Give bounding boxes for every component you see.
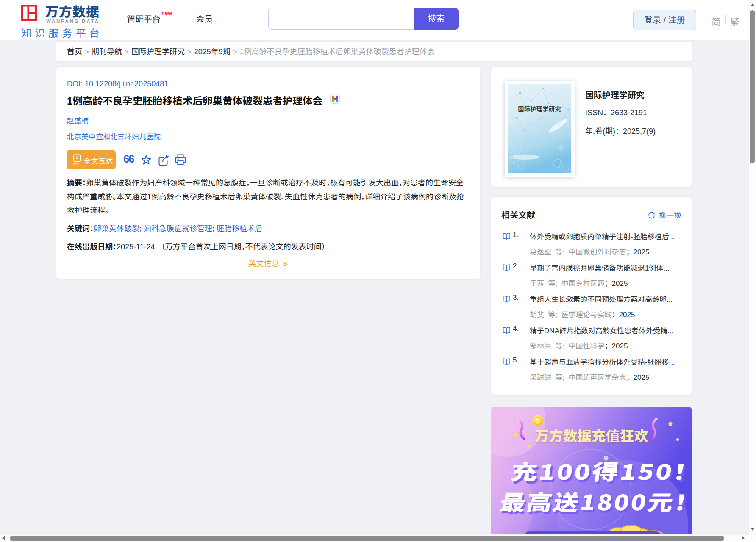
svg-text:66: 66 <box>123 153 134 165</box>
svg-text:free: free <box>73 162 79 166</box>
svg-text:国际护理学研究: 国际护理学研究 <box>518 104 561 113</box>
